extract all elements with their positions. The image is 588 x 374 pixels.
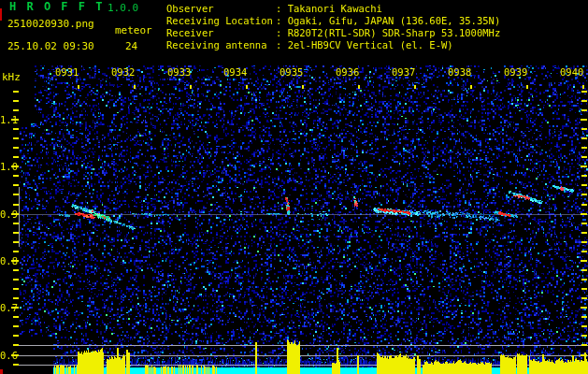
freq-tick-label: 1.1 [0, 115, 17, 125]
time-tick-label: 0934 [223, 67, 247, 78]
hrofft-screen: H R O F F T 1.0.0 2510020930.png meteor … [0, 0, 588, 374]
spectrogram-canvas [0, 0, 588, 374]
time-tick-label: 0935 [280, 67, 303, 78]
time-tick-label: 0931 [55, 67, 79, 78]
time-tick-label: 0937 [392, 67, 415, 78]
time-tick-label: 0939 [504, 67, 527, 78]
freq-tick-label: 0.6 [0, 351, 17, 361]
capture-datetime: 25.10.02 09:30 [7, 41, 94, 51]
time-tick-label: 0938 [448, 67, 471, 78]
info-row-value: : Takanori Kawachi [276, 4, 382, 14]
freq-tick-label: 0.9 [0, 209, 17, 220]
freq-tick-label: 0.7 [0, 303, 17, 313]
khz-axis-label: kHz [2, 72, 21, 82]
time-tick-label: 0932 [111, 67, 135, 78]
capture-filename: 2510020930.png [7, 19, 94, 29]
echo-count: 24 [125, 41, 137, 51]
info-row-label: Receiving Location [166, 16, 273, 26]
info-row-value: : 2el-HB9CV Vertical (el. E-W) [276, 40, 453, 50]
freq-tick-label: 0.8 [0, 256, 17, 266]
app-version: 1.0.0 [108, 3, 138, 13]
time-tick-label: 0933 [167, 67, 191, 78]
observation-mode: meteor [115, 25, 152, 36]
info-row-value: : R820T2(RTL-SDR) SDR-Sharp 53.1000MHz [276, 28, 500, 38]
time-tick-label: 0936 [336, 67, 359, 78]
freq-tick-label: 1.0 [0, 162, 17, 172]
app-title: H R O F F T [9, 2, 104, 12]
info-row-value: : Ogaki, Gifu, JAPAN (136.60E, 35.35N) [276, 16, 500, 26]
info-row-label: Receiving antenna [166, 40, 266, 50]
time-tick-label: 0940 [560, 67, 583, 78]
info-row-label: Observer [166, 4, 214, 14]
info-row-label: Receiver [166, 28, 214, 38]
